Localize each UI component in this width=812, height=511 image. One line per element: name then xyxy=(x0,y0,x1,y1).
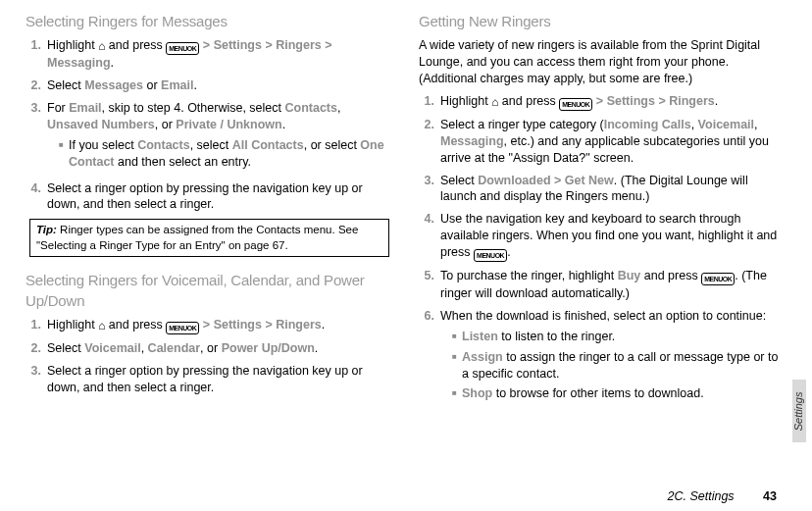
footer-page-number: 43 xyxy=(763,489,777,503)
menu-ok-icon: MENUOK xyxy=(166,322,199,334)
tip-text: Ringer types can be assigned from the Co… xyxy=(36,224,358,251)
msg-steps: 1. Highlight ⌂ and press MENUOK > Settin… xyxy=(25,37,393,213)
sub-listen: ■ Listen to listen to the ringer. xyxy=(452,329,787,345)
heading-selecting-ringers-messages: Selecting Ringers for Messages xyxy=(25,12,393,31)
menu-ok-icon: MENUOK xyxy=(474,249,507,262)
msg-step-4: 4. Select a ringer option by pressing th… xyxy=(25,180,393,214)
bullet-icon: ■ xyxy=(59,137,69,171)
menu-ok-icon: MENUOK xyxy=(701,273,735,285)
side-tab-settings: Settings xyxy=(792,380,806,442)
sub-shop: ■ Shop to browse for other items to down… xyxy=(452,385,787,402)
left-column: Selecting Ringers for Messages 1. Highli… xyxy=(25,12,393,412)
menu-ok-icon: MENUOK xyxy=(166,42,199,55)
bullet-icon: ■ xyxy=(452,349,462,383)
right-column: Getting New Ringers A wide variety of ne… xyxy=(419,12,787,412)
vm-step-3: 3. Select a ringer option by pressing th… xyxy=(25,363,393,396)
new-step-1: 1. Highlight ⌂ and press MENUOK > Settin… xyxy=(419,93,787,111)
new-step-6: 6. When the download is finished, select… xyxy=(419,308,787,406)
new-step-5: 5. To purchase the ringer, highlight Buy… xyxy=(419,268,787,302)
sub-assign: ■ Assign to assign the ringer to a call … xyxy=(452,349,787,383)
side-tab-label: Settings xyxy=(792,391,807,431)
page-content: Selecting Ringers for Messages 1. Highli… xyxy=(0,0,812,412)
bullet-icon: ■ xyxy=(452,385,462,402)
heading-getting-new-ringers: Getting New Ringers xyxy=(419,12,787,31)
vm-steps: 1. Highlight ⌂ and press MENUOK > Settin… xyxy=(25,317,393,396)
vm-step-1: 1. Highlight ⌂ and press MENUOK > Settin… xyxy=(25,317,393,334)
intro-paragraph: A wide variety of new ringers is availab… xyxy=(419,37,787,87)
new-ringer-steps: 1. Highlight ⌂ and press MENUOK > Settin… xyxy=(419,93,787,406)
new-step-2: 2. Select a ringer type category (Incomi… xyxy=(419,117,787,167)
msg-step-3-sub: ■ If you select Contacts, select All Con… xyxy=(59,137,393,171)
msg-step-1: 1. Highlight ⌂ and press MENUOK > Settin… xyxy=(25,37,393,72)
bullet-icon: ■ xyxy=(452,329,462,345)
msg-step-2: 2. Select Messages or Email. xyxy=(25,77,393,94)
menu-ok-icon: MENUOK xyxy=(559,98,592,111)
page-footer: 2C. Settings 43 xyxy=(668,488,777,505)
msg-step-3: 3. For Email, skip to step 4. Otherwise,… xyxy=(25,100,393,175)
vm-step-2: 2. Select Voicemail, Calendar, or Power … xyxy=(25,340,393,357)
new-step-3: 3. Select Downloaded > Get New. (The Dig… xyxy=(419,173,787,206)
tip-label: Tip: xyxy=(36,224,57,235)
tip-box: Tip: Ringer types can be assigned from t… xyxy=(29,219,389,257)
heading-selecting-ringers-voicemail: Selecting Ringers for Voicemail, Calenda… xyxy=(25,271,393,311)
footer-section: 2C. Settings xyxy=(668,489,735,503)
new-step-4: 4. Use the navigation key and keyboard t… xyxy=(419,211,787,262)
